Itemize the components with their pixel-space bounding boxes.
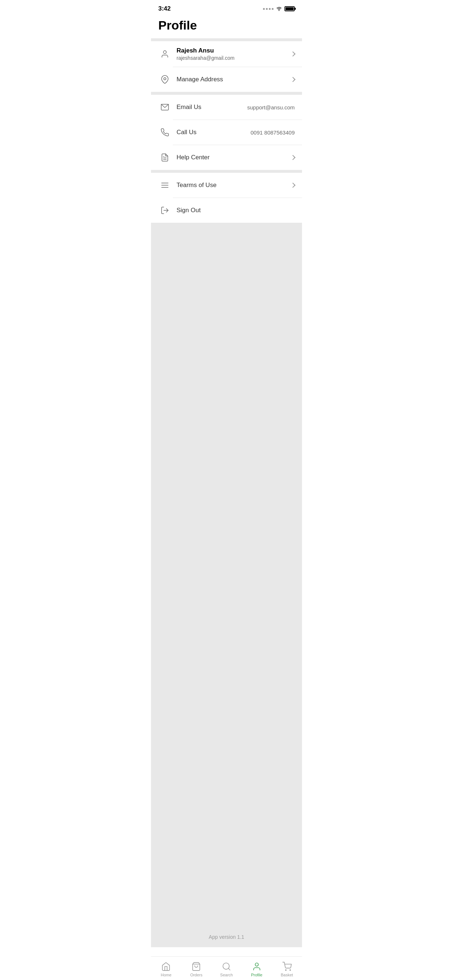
support-section: Email Us support@ansu.com Call Us 0091 8…: [151, 95, 302, 170]
app-version-text: App version 1.1: [209, 934, 244, 940]
user-info: Rajesh Ansu rajeshsaraha@gmail.com: [177, 47, 287, 61]
section-divider-2: [151, 92, 302, 95]
page-title: Profile: [151, 15, 302, 38]
section-divider-3: [151, 170, 302, 173]
manage-address-chevron-icon: [290, 77, 295, 82]
home-icon: [161, 962, 171, 971]
orders-icon: [191, 962, 201, 971]
help-center-item[interactable]: Help Center: [151, 145, 302, 170]
nav-orders[interactable]: Orders: [181, 960, 212, 978]
sign-out-label: Sign Out: [177, 207, 295, 214]
user-email: rajeshsaraha@gmail.com: [177, 55, 287, 61]
nav-orders-label: Orders: [190, 973, 203, 977]
nav-profile[interactable]: Profile: [241, 960, 272, 978]
email-us-item[interactable]: Email Us support@ansu.com: [151, 95, 302, 119]
terms-of-use-item[interactable]: Tearms of Use: [151, 173, 302, 197]
user-icon: [158, 48, 171, 60]
call-us-label: Call Us: [177, 129, 250, 136]
help-center-chevron-icon: [290, 155, 295, 160]
email-icon: [158, 100, 171, 114]
gray-background-area: App version 1.1: [151, 223, 302, 947]
nav-home-label: Home: [161, 973, 171, 977]
nav-home[interactable]: Home: [151, 960, 181, 978]
help-icon: [158, 151, 171, 164]
terms-icon: [158, 179, 171, 192]
help-center-label: Help Center: [177, 154, 287, 161]
terms-of-use-label: Tearms of Use: [177, 181, 287, 189]
email-us-value: support@ansu.com: [247, 104, 295, 110]
profile-nav-icon: [252, 962, 262, 971]
user-profile-item[interactable]: Rajesh Ansu rajeshsaraha@gmail.com: [151, 41, 302, 67]
search-icon: [222, 962, 231, 971]
nav-search[interactable]: Search: [212, 960, 242, 978]
signal-dots-icon: [263, 8, 274, 10]
svg-line-12: [228, 968, 230, 970]
user-chevron-icon: [290, 51, 295, 57]
bottom-navigation: Home Orders Search Profile Basket: [151, 956, 302, 980]
status-bar: 3:42: [151, 0, 302, 15]
call-us-content: Call Us: [177, 129, 250, 136]
sign-out-content: Sign Out: [177, 207, 295, 214]
terms-of-use-content: Tearms of Use: [177, 181, 287, 189]
user-name: Rajesh Ansu: [177, 47, 287, 54]
nav-basket-label: Basket: [281, 973, 293, 977]
svg-point-13: [255, 963, 258, 966]
help-center-content: Help Center: [177, 154, 287, 161]
status-icons: [263, 6, 295, 11]
email-us-content: Email Us: [177, 103, 247, 111]
sign-out-icon: [158, 204, 171, 217]
section-divider-1: [151, 38, 302, 41]
user-profile-section: Rajesh Ansu rajeshsaraha@gmail.com Manag…: [151, 41, 302, 92]
nav-profile-label: Profile: [251, 973, 262, 977]
svg-point-1: [163, 51, 166, 54]
status-time: 3:42: [158, 5, 171, 13]
svg-point-2: [164, 78, 166, 80]
svg-point-15: [290, 970, 290, 970]
wifi-icon: [276, 6, 282, 11]
call-us-value: 0091 8087563409: [250, 129, 295, 135]
nav-basket[interactable]: Basket: [272, 960, 302, 978]
battery-icon: [284, 6, 295, 11]
manage-address-content: Manage Address: [177, 76, 287, 83]
call-us-item[interactable]: Call Us 0091 8087563409: [151, 120, 302, 145]
svg-point-0: [279, 10, 279, 11]
sign-out-item[interactable]: Sign Out: [151, 198, 302, 223]
location-icon: [158, 73, 171, 86]
terms-chevron-icon: [290, 183, 295, 188]
nav-search-label: Search: [220, 973, 233, 977]
terms-signout-section: Tearms of Use Sign Out: [151, 173, 302, 223]
svg-point-14: [285, 970, 286, 970]
phone-icon: [158, 126, 171, 139]
manage-address-item[interactable]: Manage Address: [151, 67, 302, 92]
email-us-label: Email Us: [177, 103, 247, 111]
basket-icon: [282, 962, 292, 971]
manage-address-label: Manage Address: [177, 76, 287, 83]
